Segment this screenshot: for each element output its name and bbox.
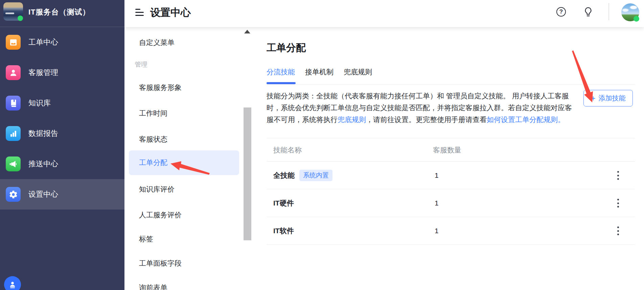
report-chart-icon [6,126,21,141]
tab-order-taking-mechanism[interactable]: 接单机制 [305,67,334,77]
desc-text: 时，系统会优先判断工单信息与自定义技能是否匹配，并将指定客服拉入群。若自定义技能… [267,104,572,112]
desc-text: 服不可用，系统将执行 [267,116,338,123]
sidebar-item-push-center[interactable]: 推送中心 [0,149,124,179]
submenu-item-custom-menu[interactable]: 自定义菜单 [139,38,175,48]
table-row: 全技能 系统内置 1 [267,162,635,189]
skills-description: 技能分为两类：全技能（代表客服有能力接任何工单）和 管理员自定义技能。 用户转接… [267,90,591,125]
submenu-item-agent-status[interactable]: 客服状态 [139,134,167,144]
agent-icon [6,65,21,80]
page-section-title: 设置中心 [150,6,191,20]
fallback-rules-link[interactable]: 兜底规则 [338,116,366,123]
user-online-status-dot [634,16,639,22]
sidebar-item-label: 客服管理 [28,57,58,88]
push-megaphone-icon [6,156,21,171]
sidebar-item-label: 知识库 [28,88,51,118]
knowledge-book-icon [6,96,21,111]
desc-text: 技能分为两类：全技能（代表客服有能力接任何工单）和 管理员自定义技能。 用户转接… [267,92,569,100]
add-skill-button[interactable]: + 添加技能 [583,90,633,106]
skill-name: 全技能 [273,162,295,189]
agent-count: 1 [435,217,439,245]
column-header-skill-name: 技能名称 [273,138,302,162]
submenu-item-ticket-panel-fields[interactable]: 工单面板字段 [139,258,182,268]
desc-text: ，请前往设置。更完整使用手册请查看 [366,116,487,123]
main-content: 工单分配 分流技能 接单机制 兜底规则 技能分为两类：全技能（代表客服有能力接任… [252,27,644,290]
table-row: IT软件 1 [267,217,635,245]
header-divider [608,3,609,20]
submenu-item-tags[interactable]: 标签 [139,234,153,244]
system-builtin-badge: 系统内置 [299,170,332,181]
submenu-item-agent-service-image[interactable]: 客服服务形象 [139,82,182,93]
help-icon[interactable]: ? [556,7,566,17]
scrollbar-thumb[interactable] [244,107,251,240]
workspace-title: IT服务台（测试） [28,7,90,17]
table-header-row: 技能名称 客服数量 [267,138,635,162]
agent-count: 1 [435,189,439,217]
plus-icon: + [591,95,595,102]
add-skill-label: 添加技能 [599,94,626,103]
row-actions-more-icon[interactable] [615,225,621,236]
scrollbar-up-icon[interactable] [244,30,250,33]
sidebar-item-label: 数据报告 [28,118,58,149]
sidebar-item-knowledge-base[interactable]: 知识库 [0,88,124,118]
sidebar-item-settings-center[interactable]: 设置中心 [0,179,124,210]
skills-table: 技能名称 客服数量 全技能 系统内置 1 IT硬件 1 IT软件 1 [267,138,635,245]
submenu-section-label: 管理 [135,60,147,69]
how-to-setup-link[interactable]: 如何设置工单分配规则。 [487,116,565,123]
settings-gear-icon [6,187,21,202]
sidebar-item-label: 工单中心 [28,27,58,57]
online-status-dot [18,16,23,21]
submenu-item-knowledge-rating[interactable]: 知识库评价 [139,184,175,194]
sidebar-item-label: 设置中心 [28,179,58,210]
settings-submenu: 自定义菜单 管理 客服服务形象 工作时间 客服状态 工单分配 知识库评价 人工服… [124,27,252,290]
sidebar-item-data-report[interactable]: 数据报告 [0,118,124,149]
contact-card-button[interactable] [4,276,21,290]
idea-bulb-icon[interactable] [583,6,593,18]
sidebar-item-label: 推送中心 [28,149,58,179]
tab-fallback-rules[interactable]: 兜底规则 [344,67,372,77]
table-row: IT硬件 1 [267,189,635,217]
row-actions-more-icon[interactable] [615,170,621,181]
tab-bar: 分流技能 接单机制 兜底规则 [267,67,372,77]
contact-card-icon [8,280,17,289]
submenu-item-manual-service-rating[interactable]: 人工服务评价 [139,210,182,220]
workspace-brand: IT服务台（测试） [0,0,124,27]
tab-routing-skills[interactable]: 分流技能 [267,67,295,77]
tab-bar-divider [267,84,635,84]
submenu-item-pre-inquiry-form[interactable]: 询前表单 [139,283,167,290]
menu-collapse-icon[interactable] [135,9,144,16]
sidebar-item-agent-management[interactable]: 客服管理 [0,57,124,88]
submenu-item-working-hours[interactable]: 工作时间 [139,108,167,118]
page-title: 工单分配 [267,41,306,55]
column-header-agent-count: 客服数量 [433,138,461,162]
ticket-icon [6,35,21,50]
top-header: 设置中心 ? [124,0,644,27]
skill-name: IT硬件 [273,189,294,217]
primary-sidebar: IT服务台（测试） 工单中心 客服管理 知识库 数据报告 推送中心 [0,0,124,290]
submenu-item-ticket-assignment[interactable]: 工单分配 [139,158,167,168]
agent-count: 1 [435,162,439,189]
sidebar-item-ticket-center[interactable]: 工单中心 [0,27,124,57]
skill-name: IT软件 [273,217,294,245]
row-actions-more-icon[interactable] [615,198,621,209]
